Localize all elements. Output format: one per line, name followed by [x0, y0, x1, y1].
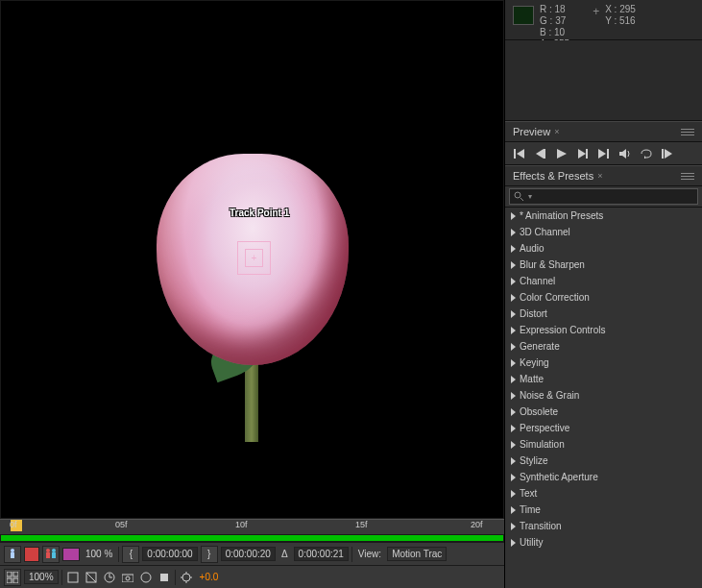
safe-zones-icon[interactable] [65, 570, 81, 585]
expand-triangle-icon[interactable] [511, 474, 516, 481]
expand-triangle-icon[interactable] [511, 261, 516, 269]
ram-preview-button[interactable] [659, 146, 676, 161]
panel-menu-icon[interactable] [677, 169, 698, 183]
prev-frame-button[interactable] [532, 146, 549, 161]
view-mode-dropdown[interactable]: Motion Trac [387, 547, 447, 561]
effect-category[interactable]: Synthetic Aperture [505, 469, 702, 485]
exposure-icon[interactable] [179, 570, 194, 585]
effects-search-input[interactable]: ▾ [509, 188, 698, 205]
in-point[interactable]: 0:00:00:00 [142, 547, 197, 561]
expand-triangle-icon[interactable] [511, 278, 516, 285]
effect-category[interactable]: 3D Channel [505, 224, 702, 240]
expand-triangle-icon[interactable] [511, 408, 516, 416]
viewer[interactable]: Track Point 1 + [0, 0, 504, 519]
effect-category[interactable]: Distort [505, 306, 702, 322]
close-icon[interactable]: × [554, 127, 559, 136]
expand-triangle-icon[interactable] [511, 245, 516, 253]
expand-triangle-icon[interactable] [511, 506, 516, 514]
magnification-dropdown[interactable]: 100% [24, 570, 59, 584]
effect-category[interactable]: Utility [505, 534, 702, 551]
panel-menu-icon[interactable] [677, 125, 698, 138]
in-bracket-icon[interactable]: { [122, 546, 139, 563]
track-point-feature[interactable]: + [245, 249, 263, 267]
time-icon[interactable] [102, 570, 117, 585]
effect-category[interactable]: Stylize [505, 453, 702, 469]
effect-category[interactable]: Time [505, 502, 702, 518]
effect-category-label: Color Correction [520, 292, 590, 303]
effect-category[interactable]: Noise & Grain [505, 387, 702, 404]
svg-marker-37 [665, 149, 672, 159]
effect-category[interactable]: Keying [505, 355, 702, 371]
expand-triangle-icon[interactable] [511, 343, 516, 351]
svg-marker-29 [557, 149, 567, 159]
expand-triangle-icon[interactable] [511, 392, 516, 400]
track-point-attach[interactable]: + [252, 254, 257, 263]
channel-icon[interactable] [157, 570, 172, 585]
effect-category-label: Stylize [520, 455, 547, 466]
effect-category[interactable]: Audio [505, 240, 702, 257]
grid-icon[interactable] [4, 569, 21, 586]
effect-category[interactable]: Color Correction [505, 289, 702, 306]
effect-category[interactable]: Text [505, 485, 702, 502]
time-ruler[interactable]: 0f 05f 10f 15f 20f [0, 519, 504, 534]
expand-triangle-icon[interactable] [511, 294, 516, 302]
effect-category[interactable]: Obsolete [505, 404, 702, 420]
effect-category[interactable]: Expression Controls [505, 322, 702, 338]
last-frame-button[interactable] [595, 146, 613, 161]
crosshair-icon: + [593, 4, 599, 17]
svg-rect-16 [122, 575, 133, 582]
search-field[interactable] [536, 191, 693, 202]
expand-triangle-icon[interactable] [511, 359, 516, 367]
close-icon[interactable]: × [597, 171, 602, 181]
svg-marker-32 [598, 149, 606, 159]
expand-triangle-icon[interactable] [511, 441, 516, 449]
first-frame-button[interactable] [511, 146, 528, 161]
figure-icon-alt[interactable] [24, 547, 39, 562]
work-area-bar[interactable] [0, 534, 504, 542]
effect-category[interactable]: Simulation [505, 436, 702, 453]
expand-triangle-icon[interactable] [511, 376, 516, 383]
loop-button[interactable] [638, 146, 655, 161]
expand-triangle-icon[interactable] [511, 425, 516, 432]
effect-category[interactable]: Matte [505, 371, 702, 387]
expand-triangle-icon[interactable] [511, 523, 516, 530]
effect-category[interactable]: Generate [505, 338, 702, 355]
effects-categories-list[interactable]: * Animation Presets3D ChannelAudioBlur &… [505, 208, 702, 588]
svg-point-2 [46, 549, 50, 552]
svg-rect-10 [68, 573, 78, 582]
effect-category-label: Blur & Sharpen [520, 259, 585, 270]
search-icon [514, 191, 524, 202]
effect-category[interactable]: * Animation Presets [505, 208, 702, 224]
figure-icon-duo[interactable] [42, 546, 60, 563]
exposure-value[interactable]: +0.0 [197, 572, 222, 582]
snapshot-icon[interactable] [120, 570, 135, 585]
expand-triangle-icon[interactable] [511, 310, 516, 318]
track-point-region[interactable]: + [237, 241, 271, 275]
expand-triangle-icon[interactable] [511, 457, 516, 465]
preview-tab[interactable]: Preview × [505, 123, 567, 140]
out-point[interactable]: 0:00:00:20 [221, 547, 276, 561]
effect-category-label: Synthetic Aperture [520, 472, 598, 482]
effect-category[interactable]: Perspective [505, 420, 702, 436]
expand-triangle-icon[interactable] [511, 229, 516, 236]
mask-visibility-icon[interactable] [84, 570, 99, 585]
color-swatch[interactable] [62, 548, 80, 561]
next-frame-button[interactable] [574, 146, 592, 161]
rgba-readout: R : 18 G : 37 B : 10 A : 255 [540, 4, 569, 36]
effects-presets-tab[interactable]: Effects & Presets × [505, 167, 610, 184]
expand-triangle-icon[interactable] [511, 327, 516, 334]
ruler-tick: 15f [355, 520, 368, 529]
effect-category[interactable]: Channel [505, 273, 702, 289]
show-snapshot-icon[interactable] [138, 570, 154, 585]
effect-category[interactable]: Transition [505, 518, 702, 534]
out-bracket-icon[interactable]: } [201, 546, 218, 563]
svg-marker-27 [536, 149, 544, 159]
effect-category[interactable]: Blur & Sharpen [505, 257, 702, 273]
play-button[interactable] [553, 146, 570, 161]
expand-triangle-icon[interactable] [511, 539, 516, 547]
audio-button[interactable] [617, 146, 634, 161]
zoom-readout[interactable]: 100 % [83, 549, 115, 559]
figure-icon[interactable] [4, 546, 21, 563]
expand-triangle-icon[interactable] [511, 490, 516, 498]
expand-triangle-icon[interactable] [511, 212, 516, 220]
